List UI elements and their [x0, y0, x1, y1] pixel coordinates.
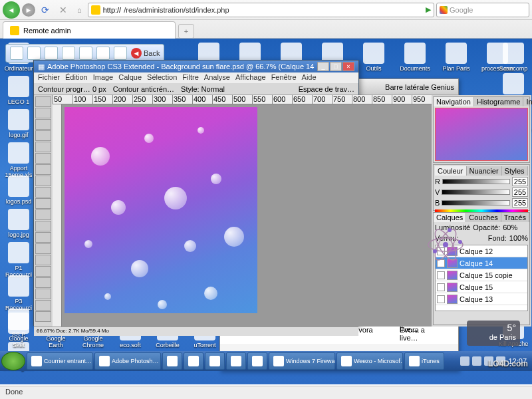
- ps-tool-6[interactable]: [35, 164, 51, 175]
- fill-field[interactable]: 100%: [509, 234, 528, 242]
- taskbar-item[interactable]: Windows 7 Firewa…: [269, 352, 335, 370]
- layer-row[interactable]: Calque 15: [436, 281, 527, 293]
- desktop-icon[interactable]: Scancomp: [497, 43, 529, 72]
- reload-button[interactable]: ⟳: [37, 5, 53, 15]
- desktop-icon[interactable]: P1 Raccourci: [3, 242, 35, 278]
- desktop-icon[interactable]: P3 Raccourci: [3, 275, 35, 311]
- desktop-icon[interactable]: Outils: [358, 43, 390, 72]
- menu-Fichier[interactable]: Fichier: [38, 73, 60, 82]
- start-button[interactable]: [1, 352, 25, 370]
- taskbar-item[interactable]: [162, 352, 182, 370]
- tray-icon[interactable]: [472, 356, 481, 366]
- taskbar-item[interactable]: iTunes: [404, 352, 444, 370]
- ps-tool-2[interactable]: [35, 119, 51, 130]
- tab-remote-admin[interactable]: Remote admin: [3, 21, 176, 39]
- opt-workspace[interactable]: Espace de trav…: [299, 85, 354, 93]
- minimize-button[interactable]: _: [317, 62, 329, 71]
- rt-tool-3[interactable]: [45, 47, 58, 60]
- ps-tool-8[interactable]: [35, 187, 51, 198]
- desktop-icon[interactable]: logos.psd: [3, 176, 35, 205]
- ps-tool-5[interactable]: [35, 153, 51, 164]
- layer-row[interactable]: Calque 15 copie: [436, 269, 527, 281]
- tab-Nuancier[interactable]: Nuancier: [467, 166, 502, 176]
- menu-Filtre[interactable]: Filtre: [182, 73, 198, 82]
- opt-style[interactable]: Style: Normal: [181, 85, 225, 93]
- ps-tool-14[interactable]: [35, 255, 51, 265]
- stop-button[interactable]: ✕: [55, 5, 71, 15]
- go-button[interactable]: ▶: [426, 5, 431, 14]
- taskbar-item[interactable]: [247, 352, 267, 370]
- ps-tool-12[interactable]: [35, 232, 51, 243]
- menu-Image[interactable]: Image: [93, 73, 114, 82]
- rt-tool-5[interactable]: [79, 47, 92, 60]
- menu-Calque[interactable]: Calque: [118, 73, 142, 82]
- ps-tool-0[interactable]: [35, 96, 51, 107]
- taskbar-item[interactable]: [205, 352, 225, 370]
- desktop-icon[interactable]: Apport 15eme.xls: [3, 142, 35, 178]
- home-button[interactable]: ⌂: [73, 6, 86, 14]
- menu-Fenêtre[interactable]: Fenêtre: [271, 73, 297, 82]
- ps-tool-13[interactable]: [35, 243, 51, 254]
- g-slider[interactable]: [442, 190, 510, 195]
- forward-button[interactable]: ►: [22, 3, 35, 17]
- ps-tool-18[interactable]: [35, 300, 51, 311]
- ps-canvas[interactable]: [65, 107, 257, 313]
- ps-tool-10[interactable]: [35, 209, 51, 220]
- taskbar-item[interactable]: Adobe Photosh…: [94, 352, 161, 370]
- search-bar[interactable]: Google: [436, 3, 529, 17]
- taskbar-item[interactable]: [226, 352, 246, 370]
- desktop-icon[interactable]: LEGO 1: [3, 76, 35, 105]
- tab-Histogramme[interactable]: Histogramme: [474, 97, 523, 106]
- taskbar-item[interactable]: Courrier entrant…: [27, 352, 93, 370]
- nav-preview[interactable]: [435, 108, 528, 161]
- back-button[interactable]: ◄: [3, 1, 20, 19]
- maximize-button[interactable]: □: [330, 62, 342, 71]
- desktop-icon[interactable]: Plan Paris: [440, 43, 472, 72]
- tab-Informations[interactable]: Informations: [523, 97, 532, 106]
- rt-tool-4[interactable]: [62, 47, 75, 60]
- ps-tool-1[interactable]: [35, 108, 51, 118]
- tab-Styles[interactable]: Styles: [502, 166, 528, 176]
- ps-tool-3[interactable]: [35, 130, 51, 141]
- desktop-icon[interactable]: Documents: [399, 43, 431, 72]
- ps-tool-17[interactable]: [35, 289, 51, 299]
- menu-Édition[interactable]: Édition: [65, 73, 88, 82]
- ps-tool-7[interactable]: [35, 176, 51, 186]
- menu-Sélection[interactable]: Sélection: [147, 73, 177, 82]
- tray-icon[interactable]: [460, 356, 469, 366]
- tab-Navigation[interactable]: Navigation: [434, 97, 474, 106]
- eye-icon[interactable]: [437, 271, 445, 279]
- tab-Couches[interactable]: Couches: [466, 213, 501, 222]
- ps-tool-11[interactable]: [35, 221, 51, 231]
- taskbar-item[interactable]: Weezo - Microsof…: [336, 352, 403, 370]
- eye-icon[interactable]: [437, 295, 445, 303]
- b-slider[interactable]: [442, 200, 510, 205]
- rt-tool-6[interactable]: [96, 47, 110, 60]
- ps-tool-9[interactable]: [35, 198, 51, 209]
- ps-tool-19[interactable]: [35, 311, 51, 322]
- ps-tool-4[interactable]: [35, 142, 51, 152]
- rt-back-button[interactable]: ◄ Back: [131, 48, 160, 59]
- rt-tool-7[interactable]: [114, 47, 127, 60]
- tab-Tracés[interactable]: Tracés: [501, 213, 529, 222]
- menu-Affichage[interactable]: Affichage: [235, 73, 266, 82]
- desktop-icon[interactable]: logo.gif: [3, 109, 35, 138]
- url-bar[interactable]: http:// /res/administration/std/index.ph…: [88, 3, 434, 17]
- opt-contour[interactable]: Contour progr… 0 px: [38, 85, 106, 93]
- rt-tool-2[interactable]: [27, 47, 41, 60]
- tab-Calques[interactable]: Calques: [434, 213, 466, 222]
- desktop-icon[interactable]: logo.jpg: [3, 209, 35, 238]
- ps-tool-16[interactable]: [35, 277, 51, 288]
- desktop-icon[interactable]: Google Sket: [3, 313, 35, 348]
- rt-tool-1[interactable]: [10, 47, 23, 60]
- new-tab-button[interactable]: +: [178, 24, 194, 39]
- weather-widget[interactable]: 5° de Paris: [467, 321, 520, 346]
- tab-Couleur[interactable]: Couleur: [435, 166, 467, 176]
- eye-icon[interactable]: [437, 283, 445, 291]
- opacity-field[interactable]: 60%: [503, 223, 517, 231]
- ps-tool-15[interactable]: [35, 266, 51, 277]
- close-button[interactable]: ×: [342, 62, 354, 71]
- photoshop-window[interactable]: ▦ Adobe Photoshop CS3 Extended - Backgro…: [33, 60, 359, 326]
- menu-Aide[interactable]: Aide: [302, 73, 317, 82]
- ps-titlebar[interactable]: ▦ Adobe Photoshop CS3 Extended - Backgro…: [34, 61, 358, 72]
